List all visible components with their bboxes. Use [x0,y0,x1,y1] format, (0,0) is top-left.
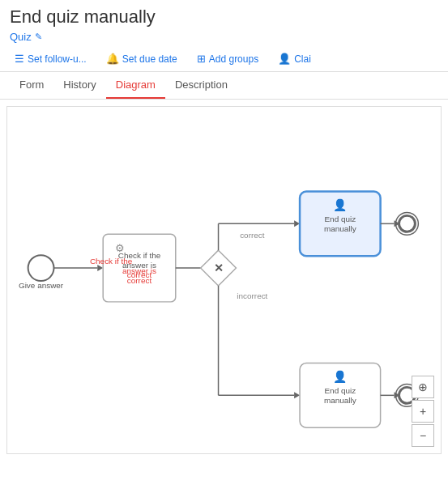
svg-text:manually: manually [324,396,356,405]
set-due-date-button[interactable]: 🔔 Set due date [101,51,182,66]
move-icon: ⊕ [418,380,428,393]
svg-text:Check if the: Check if the [118,251,161,260]
tabs-bar: Form History Diagram Description [0,72,448,100]
svg-text:✕: ✕ [214,261,224,274]
tab-history[interactable]: History [53,72,105,99]
list-icon: ☰ [15,53,24,65]
set-follow-up-button[interactable]: ☰ Set follow-u... [10,51,92,66]
svg-text:End quiz: End quiz [324,215,356,223]
plus-icon: + [420,405,426,418]
claim-label: Clai [294,53,311,65]
page-title: End quiz manually [10,6,438,28]
svg-marker-2 [97,265,103,271]
diagram-svg: ⚙ Check if the answer is correct Check i… [7,107,441,453]
bell-icon: 🔔 [106,53,119,65]
zoom-move-button[interactable]: ⊕ [412,376,434,398]
svg-text:correct: correct [240,231,265,240]
svg-text:👤: 👤 [333,370,348,384]
svg-text:Give answer: Give answer [19,281,64,290]
svg-text:correct: correct [127,270,152,279]
svg-text:manually: manually [324,224,356,233]
diagram-container: ⚙ Check if the answer is correct Check i… [6,106,442,454]
svg-point-0 [28,255,54,281]
tab-form[interactable]: Form [10,72,53,99]
minus-icon: − [420,429,426,442]
tab-diagram[interactable]: Diagram [106,72,165,99]
set-due-date-label: Set due date [122,53,177,65]
user-icon: 👤 [278,53,291,65]
tab-description[interactable]: Description [165,72,237,99]
grid-icon: ⊞ [197,53,206,65]
svg-text:incorrect: incorrect [237,291,267,300]
add-groups-button[interactable]: ⊞ Add groups [192,51,263,66]
edit-icon: ✎ [35,32,42,42]
claim-button[interactable]: 👤 Clai [273,51,316,66]
zoom-out-button[interactable]: − [412,424,434,447]
quiz-label: Quiz [10,31,32,43]
svg-text:answer is: answer is [122,261,156,270]
svg-point-26 [399,215,415,232]
set-follow-up-label: Set follow-u... [28,53,87,65]
add-groups-label: Add groups [209,53,258,65]
svg-text:👤: 👤 [333,198,348,212]
toolbar: ☰ Set follow-u... 🔔 Set due date ⊞ Add g… [0,46,448,72]
quiz-link[interactable]: Quiz ✎ [10,31,438,43]
svg-text:End quiz: End quiz [324,386,356,395]
header: End quiz manually Quiz ✎ [0,0,448,46]
zoom-in-button[interactable]: + [412,400,434,423]
zoom-controls: ⊕ + − [412,376,434,447]
svg-marker-30 [294,392,300,398]
